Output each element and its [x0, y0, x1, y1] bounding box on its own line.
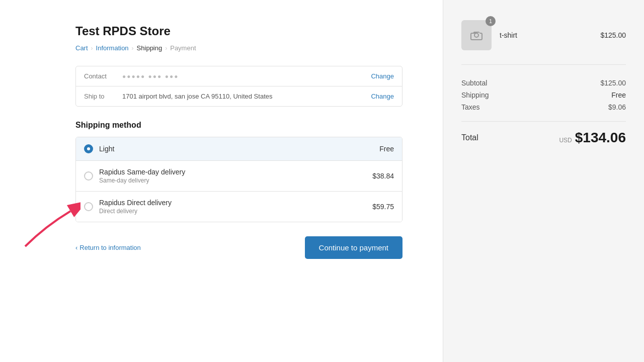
item-name: t-shirt: [500, 31, 592, 39]
grand-total-row: Total USD $134.06: [461, 121, 626, 146]
breadcrumb-sep-3: ›: [165, 45, 167, 52]
option-info-light: Light: [99, 145, 373, 153]
contact-row: Contact ●●●●● ●●● ●●● Change: [76, 66, 402, 86]
breadcrumb-shipping: Shipping: [137, 44, 163, 52]
breadcrumb-sep-2: ›: [132, 45, 134, 52]
shipping-option-direct[interactable]: Rapidus Direct delivery Direct delivery …: [76, 191, 402, 222]
item-price: $125.00: [600, 31, 626, 39]
breadcrumb: Cart › Information › Shipping › Payment: [75, 44, 403, 52]
return-to-information-link[interactable]: ‹ Return to information: [75, 244, 141, 251]
ship-to-row: Ship to 1701 airport blvd, san jose CA 9…: [76, 86, 402, 106]
option-name-direct: Rapidus Direct delivery: [99, 199, 366, 207]
footer-actions: ‹ Return to information Continue to paym…: [75, 236, 403, 259]
item-badge: 1: [486, 16, 496, 26]
option-info-direct: Rapidus Direct delivery Direct delivery: [99, 199, 366, 215]
store-title: Test RPDS Store: [75, 24, 403, 38]
breadcrumb-sep-1: ›: [91, 45, 93, 52]
right-panel: 1 t-shirt $125.00 Subtotal $125.00 Shipp…: [443, 0, 644, 362]
grand-total-value: USD $134.06: [559, 130, 626, 146]
breadcrumb-payment: Payment: [170, 44, 196, 52]
breadcrumb-cart[interactable]: Cart: [75, 44, 88, 52]
radio-light[interactable]: [84, 144, 93, 153]
option-price-same-day: $38.84: [372, 172, 394, 180]
totals: Subtotal $125.00 Shipping Free Taxes $9.…: [461, 79, 626, 111]
radio-direct[interactable]: [84, 202, 93, 211]
breadcrumb-information[interactable]: Information: [96, 44, 129, 52]
shipping-label: Shipping: [461, 91, 489, 99]
contact-label: Contact: [84, 72, 114, 80]
arrow-annotation: [15, 196, 80, 253]
option-sub-same-day: Same-day delivery: [99, 177, 366, 184]
option-sub-direct: Direct delivery: [99, 208, 366, 215]
taxes-label: Taxes: [461, 103, 480, 111]
grand-currency: USD: [559, 137, 572, 144]
option-price-light: Free: [379, 145, 394, 153]
subtotal-label: Subtotal: [461, 79, 487, 87]
taxes-row: Taxes $9.06: [461, 103, 626, 111]
shipping-option-same-day[interactable]: Rapidus Same-day delivery Same-day deliv…: [76, 160, 402, 191]
option-info-same-day: Rapidus Same-day delivery Same-day deliv…: [99, 168, 366, 184]
taxes-value: $9.06: [608, 103, 626, 111]
option-name-same-day: Rapidus Same-day delivery: [99, 168, 366, 176]
ship-to-value: 1701 airport blvd, san jose CA 95110, Un…: [122, 93, 363, 100]
shipping-method-title: Shipping method: [75, 121, 403, 130]
option-name-light: Light: [99, 145, 373, 153]
continue-to-payment-button[interactable]: Continue to payment: [305, 236, 403, 259]
camera-icon: [470, 29, 482, 41]
ship-to-change-link[interactable]: Change: [371, 93, 394, 100]
contact-change-link[interactable]: Change: [371, 72, 394, 80]
shipping-options: Light Free Rapidus Same-day delivery Sam…: [75, 137, 403, 222]
contact-value: ●●●●● ●●● ●●●: [122, 73, 363, 80]
left-panel: Test RPDS Store Cart › Information › Shi…: [0, 0, 443, 362]
shipping-row: Shipping Free: [461, 91, 626, 99]
ship-to-label: Ship to: [84, 93, 114, 100]
grand-total-label: Total: [461, 133, 478, 142]
cart-item: 1 t-shirt $125.00: [461, 20, 626, 65]
shipping-option-light[interactable]: Light Free: [76, 137, 402, 160]
item-image-wrap: 1: [461, 20, 492, 50]
return-link-text: Return to information: [79, 244, 140, 251]
chevron-left-icon: ‹: [75, 244, 77, 251]
radio-same-day[interactable]: [84, 171, 93, 180]
subtotal-row: Subtotal $125.00: [461, 79, 626, 87]
contact-info-box: Contact ●●●●● ●●● ●●● Change Ship to 170…: [75, 66, 403, 107]
option-price-direct: $59.75: [372, 203, 394, 211]
subtotal-value: $125.00: [600, 79, 626, 87]
shipping-value: Free: [611, 91, 626, 99]
grand-amount: $134.06: [575, 130, 626, 146]
